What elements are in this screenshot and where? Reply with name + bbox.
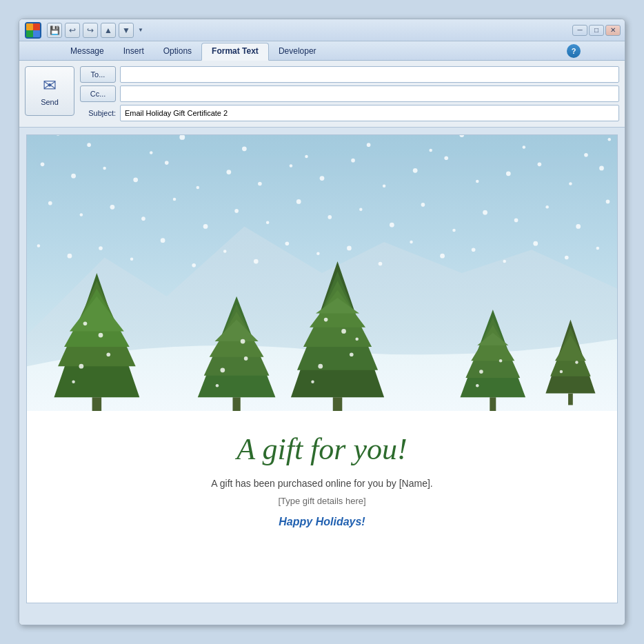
svg-point-28 [133,177,138,182]
svg-point-24 [607,138,611,141]
to-input[interactable] [120,66,619,83]
svg-point-33 [290,164,293,168]
restore-button[interactable]: □ [589,25,604,36]
svg-rect-121 [568,394,573,405]
svg-point-71 [285,241,290,245]
cc-button[interactable]: Cc... [80,85,116,102]
svg-point-98 [244,356,248,361]
svg-point-34 [320,176,325,181]
redo-button[interactable]: ↪ [83,23,98,38]
svg-point-90 [99,333,103,338]
snow-scene [27,135,617,411]
svg-point-49 [203,224,208,229]
svg-point-12 [242,146,247,151]
tab-options[interactable]: Options [154,43,201,60]
send-button[interactable]: ✉ Send [25,66,74,116]
to-row: To... [80,66,619,83]
svg-point-37 [413,168,418,173]
title-bar: 💾 ↩ ↪ ▲ ▼ ▼ ─ □ ✕ [19,19,625,41]
close-button[interactable]: ✕ [605,25,621,36]
svg-point-112 [355,337,359,341]
help-button[interactable]: ? [567,44,581,58]
svg-rect-4 [33,30,40,37]
svg-point-21 [523,145,526,149]
svg-point-89 [72,380,75,383]
svg-point-36 [383,185,386,188]
svg-point-60 [545,205,549,209]
svg-point-87 [79,364,83,369]
svg-point-62 [606,200,610,204]
svg-point-30 [197,186,200,190]
svg-point-80 [565,256,569,260]
cc-input[interactable] [120,85,619,102]
svg-point-43 [599,166,604,171]
tab-insert[interactable]: Insert [114,43,154,60]
up-button[interactable]: ▲ [101,23,116,38]
subject-input[interactable] [120,105,619,121]
svg-point-111 [324,318,328,322]
svg-point-76 [440,254,445,259]
svg-point-110 [341,329,346,334]
svg-point-9 [150,151,153,154]
minimize-button[interactable]: ─ [572,25,587,36]
svg-point-99 [216,384,219,388]
send-icon: ✉ [43,76,57,95]
svg-point-66 [130,257,134,261]
svg-point-57 [452,229,456,232]
svg-rect-3 [26,30,33,37]
svg-point-78 [503,260,506,263]
tab-format-text[interactable]: Format Text [201,43,269,61]
svg-point-125 [560,370,563,374]
svg-point-48 [173,198,177,201]
svg-point-72 [316,252,320,256]
down-button[interactable]: ▼ [119,23,134,38]
gift-subtitle: A gift has been purchased online for you… [68,478,576,489]
svg-point-32 [258,182,262,186]
svg-point-56 [421,203,425,207]
tab-developer[interactable]: Developer [269,43,326,60]
svg-point-18 [429,149,432,152]
svg-point-75 [410,241,413,244]
svg-point-67 [161,238,165,243]
svg-rect-101 [333,397,343,411]
svg-point-29 [165,161,169,165]
gift-details: [Type gift details here] [68,496,576,506]
svg-point-119 [499,359,503,363]
svg-point-70 [254,259,259,264]
svg-point-51 [266,221,270,225]
svg-point-79 [533,241,538,246]
svg-point-41 [538,163,542,167]
svg-point-58 [483,210,487,215]
svg-point-42 [569,182,572,185]
svg-point-35 [351,159,355,163]
svg-point-91 [83,321,88,325]
gift-title: A gift for you! [68,432,576,467]
svg-point-100 [241,339,245,344]
svg-point-107 [318,364,323,369]
svg-point-23 [584,153,588,157]
tab-message[interactable]: Message [61,43,114,60]
svg-point-53 [328,215,332,219]
ribbon-menu: Message Insert Options Format Text Devel… [19,41,625,61]
to-button[interactable]: To... [80,66,116,83]
svg-point-31 [226,170,231,174]
svg-rect-82 [92,397,102,411]
svg-point-126 [575,361,578,364]
svg-point-97 [220,368,225,372]
svg-point-68 [192,263,196,268]
svg-point-27 [103,167,106,170]
svg-point-52 [296,199,301,204]
svg-point-14 [305,155,308,159]
svg-rect-2 [33,23,40,30]
quick-access-dropdown[interactable]: ▼ [138,27,143,33]
svg-point-47 [141,217,145,221]
save-button[interactable]: 💾 [47,23,62,38]
undo-button[interactable]: ↩ [65,23,80,38]
svg-point-55 [390,223,394,228]
svg-point-38 [444,156,448,160]
svg-point-109 [311,380,314,383]
form-area: ✉ Send To... Cc... Subject: [19,61,625,128]
svg-point-44 [48,201,52,205]
svg-point-63 [37,244,41,248]
svg-point-69 [223,250,227,253]
